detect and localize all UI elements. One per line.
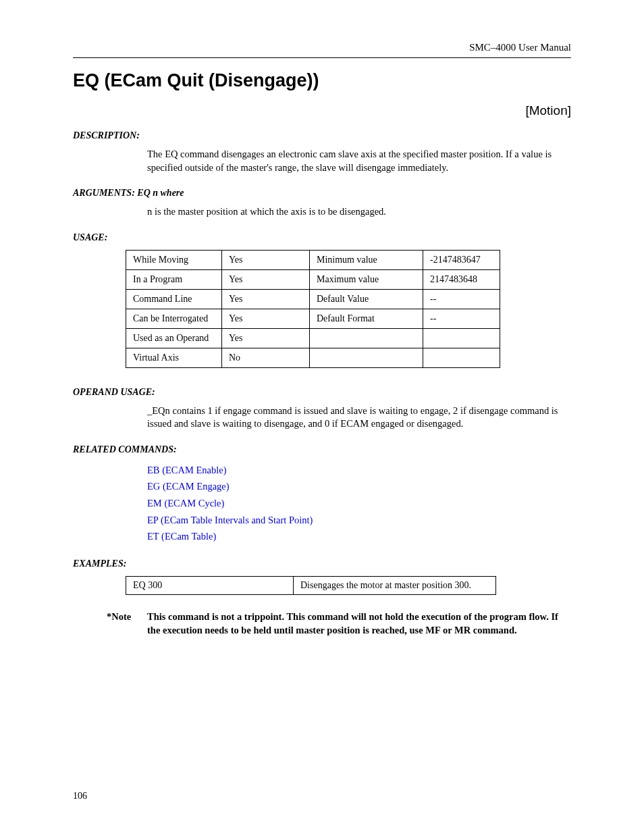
related-link-ep[interactable]: EP (ECam Table Intervals and Start Point… — [147, 515, 313, 525]
arguments-label: ARGUMENTS: EQ n where — [73, 188, 571, 199]
header-rule — [73, 57, 571, 58]
table-row: While Moving Yes Minimum value -21474836… — [126, 250, 500, 269]
examples-label: EXAMPLES: — [73, 558, 571, 569]
operand-usage-text: _EQn contains 1 if engage command is iss… — [147, 405, 571, 431]
usage-table: While Moving Yes Minimum value -21474836… — [126, 250, 500, 368]
arguments-text: n is the master position at which the ax… — [147, 205, 571, 219]
related-commands-label: RELATED COMMANDS: — [73, 444, 571, 455]
table-row: Used as an Operand Yes — [126, 328, 500, 348]
command-category: [Motion] — [73, 103, 571, 118]
table-row: In a Program Yes Maximum value 214748364… — [126, 269, 500, 289]
note-text: This command is not a trippoint. This co… — [147, 610, 571, 637]
description-text: The EQ command disengages an electronic … — [147, 148, 571, 174]
table-row: EQ 300 Disengages the motor at master po… — [126, 577, 496, 595]
page-title: EQ (ECam Quit (Disengage)) — [73, 70, 571, 91]
page-number: 106 — [73, 791, 87, 802]
description-label: DESCRIPTION: — [73, 130, 571, 141]
examples-table: EQ 300 Disengages the motor at master po… — [126, 576, 496, 595]
header-manual-title: SMC–4000 User Manual — [73, 42, 571, 53]
related-commands-list: EB (ECAM Enable) EG (ECAM Engage) EM (EC… — [147, 462, 571, 545]
note-label: *Note — [107, 610, 147, 637]
table-row: Command Line Yes Default Value -- — [126, 289, 500, 309]
usage-label: USAGE: — [73, 232, 571, 243]
related-link-em[interactable]: EM (ECAM Cycle) — [147, 498, 224, 509]
table-row: Virtual Axis No — [126, 348, 500, 367]
note-block: *Note This command is not a trippoint. T… — [107, 610, 571, 637]
related-link-et[interactable]: ET (ECam Table) — [147, 531, 216, 542]
related-link-eg[interactable]: EG (ECAM Engage) — [147, 481, 230, 492]
table-row: Can be Interrogated Yes Default Format -… — [126, 309, 500, 328]
related-link-eb[interactable]: EB (ECAM Enable) — [147, 465, 227, 475]
operand-usage-label: OPERAND USAGE: — [73, 387, 571, 398]
